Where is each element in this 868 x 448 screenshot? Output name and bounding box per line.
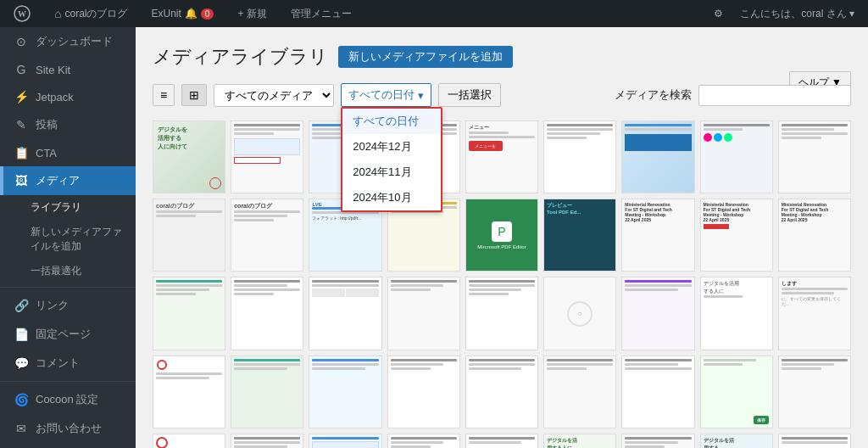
date-option-2024-11[interactable]: 2024年11月: [342, 160, 441, 185]
media-type-filter[interactable]: すべてのメディア: [214, 84, 334, 107]
media-item[interactable]: Ministerial RenovationFor ST Digital and…: [621, 199, 694, 272]
date-filter-button[interactable]: すべての日付 ▾: [341, 83, 431, 107]
media-item[interactable]: [387, 356, 460, 428]
media-item[interactable]: します に、すべての変更を保存してくだ...: [778, 277, 851, 350]
media-item[interactable]: [231, 356, 303, 428]
media-row-2: coralのブログ coralのブログ LVE: [153, 199, 851, 272]
media-item[interactable]: [309, 434, 381, 448]
media-item[interactable]: [778, 356, 851, 428]
cta-icon: 📋: [14, 146, 29, 160]
date-option-2024-12[interactable]: 2024年12月: [342, 134, 441, 160]
media-item[interactable]: [387, 434, 460, 448]
grid-view-button[interactable]: ⊞: [181, 84, 207, 106]
wp-logo[interactable]: W: [7, 0, 37, 27]
site-name[interactable]: ⌂ coralのブログ: [47, 0, 134, 27]
media-item[interactable]: [309, 356, 381, 428]
sidebar-item-spectra[interactable]: ◆ Spectra: [0, 443, 136, 448]
sidebar-item-posts[interactable]: ✎ 投稿: [0, 110, 136, 139]
media-item[interactable]: [621, 434, 694, 448]
svg-text:W: W: [18, 9, 26, 19]
date-option-2024-10[interactable]: 2024年10月: [342, 185, 441, 210]
media-item[interactable]: デジタルを活用する: [700, 434, 773, 448]
media-item[interactable]: Ministerial RenovationFor ST Digital and…: [778, 199, 851, 272]
media-item[interactable]: ✓: [778, 434, 851, 448]
media-item[interactable]: [231, 120, 303, 193]
media-grid: デジタルを活用する人に向けて: [153, 120, 851, 448]
dashboard-icon: ⊙: [14, 35, 29, 48]
media-item[interactable]: [700, 120, 773, 193]
media-item[interactable]: [309, 277, 381, 350]
sidebar-item-fixedpage[interactable]: 📄 固定ページ: [0, 320, 136, 349]
manage-menu[interactable]: 管理メニュー: [284, 0, 359, 27]
new-content-btn[interactable]: + 新規: [231, 0, 273, 27]
media-item[interactable]: [778, 120, 851, 193]
fixedpage-icon: 📄: [14, 328, 29, 341]
date-filter-label: すべての日付: [348, 87, 415, 103]
media-item[interactable]: [465, 434, 538, 448]
comment-icon: 💬: [14, 356, 29, 370]
sidebar-subitem-library[interactable]: ライブラリ: [0, 195, 136, 220]
media-item[interactable]: [621, 356, 694, 428]
sidebar-item-inquiry[interactable]: ✉ お問い合わせ: [0, 414, 136, 443]
media-item[interactable]: [231, 434, 303, 448]
media-item[interactable]: [621, 277, 694, 350]
date-option-all[interactable]: すべての日付: [342, 109, 441, 134]
link-icon: 🔗: [14, 299, 29, 312]
page-title: メディアライブラリ: [153, 44, 328, 70]
media-row-5: デジタルを活用する人に デジタルを活用する: [153, 434, 851, 448]
media-item[interactable]: [153, 434, 225, 448]
media-item[interactable]: [465, 277, 538, 350]
media-item[interactable]: 保存: [700, 356, 773, 428]
sidebar-item-comment[interactable]: 💬 コメント: [0, 349, 136, 378]
media-item[interactable]: デジタルを活用する人に: [543, 434, 616, 448]
media-item[interactable]: デジタルを活用する人に: [700, 277, 773, 350]
settings-icon[interactable]: ⚙: [707, 0, 730, 27]
media-item[interactable]: coralのブログ: [231, 199, 303, 272]
sidebar-item-jetpack[interactable]: ⚡ Jetpack: [0, 83, 136, 110]
media-item[interactable]: [153, 356, 225, 428]
media-item[interactable]: [231, 277, 303, 350]
sidebar-subitem-add-media[interactable]: 新しいメディアファイルを追加: [0, 220, 136, 259]
cocoon-icon: 🌀: [14, 393, 29, 406]
sidebar-item-link[interactable]: 🔗 リンク: [0, 291, 136, 320]
media-item[interactable]: プレビューTool PDF Ed...: [543, 199, 616, 272]
media-item[interactable]: [543, 356, 616, 428]
bulk-select-button[interactable]: 一括選択: [438, 83, 501, 107]
media-item[interactable]: [543, 120, 616, 193]
media-item[interactable]: [153, 277, 225, 350]
media-item[interactable]: メニュー メニューを: [465, 120, 538, 193]
media-item[interactable]: デジタルを活用する人に向けて: [153, 120, 225, 193]
user-greeting[interactable]: こんにちは、coral さん ▾: [733, 0, 861, 27]
main-content: ヘルプ ▼ メディアライブラリ 新しいメディアファイルを追加 ≡ ⊞ すべてのメ…: [136, 27, 868, 448]
sidebar-item-sitekit[interactable]: G Site Kit: [0, 56, 136, 83]
media-item[interactable]: [465, 356, 538, 428]
inquiry-icon: ✉: [14, 422, 29, 435]
sidebar-item-cta[interactable]: 📋 CTA: [0, 139, 136, 166]
list-view-button[interactable]: ≡: [153, 84, 175, 106]
jetpack-icon: ⚡: [14, 90, 29, 104]
media-row-4: 保存: [153, 356, 851, 428]
search-label: メディアを検索: [615, 87, 692, 103]
media-item[interactable]: coralのブログ: [153, 199, 225, 272]
page-header: メディアライブラリ 新しいメディアファイルを追加: [153, 44, 851, 70]
media-item[interactable]: ○: [543, 277, 616, 350]
sidebar: ⊙ ダッシュボード G Site Kit ⚡ Jetpack ✎ 投稿 📋 CT…: [0, 27, 136, 448]
sidebar-item-media[interactable]: 🖼 メディア: [0, 166, 136, 195]
search-input[interactable]: [698, 85, 851, 106]
posts-icon: ✎: [14, 118, 29, 132]
date-dropdown: すべての日付 2024年12月 2024年11月 2024年10月: [341, 107, 442, 212]
admin-bar: W ⌂ coralのブログ ExUnit 🔔 0 + 新規 管理メニュー ⚙ こ…: [0, 0, 868, 27]
sidebar-item-dashboard[interactable]: ⊙ ダッシュボード: [0, 27, 136, 56]
sitekit-icon: G: [14, 63, 29, 76]
exunit-link[interactable]: ExUnit 🔔 0: [144, 0, 220, 27]
media-item[interactable]: P Mircrosoft PDF Editor: [465, 199, 538, 272]
notif-count: 0: [201, 8, 214, 20]
sidebar-subitem-optimize[interactable]: 一括最適化: [0, 259, 136, 283]
media-item[interactable]: [621, 120, 694, 193]
add-media-button[interactable]: 新しいメディアファイルを追加: [338, 46, 513, 68]
media-row-3: ○ デジタルを活用する人に: [153, 277, 851, 350]
media-item[interactable]: Ministerial RenovationFor ST Digital and…: [700, 199, 773, 272]
sidebar-item-cocoon[interactable]: 🌀 Cocoon 設定: [0, 385, 136, 414]
media-row-1: デジタルを活用する人に向けて: [153, 120, 851, 193]
media-item[interactable]: [387, 277, 460, 350]
